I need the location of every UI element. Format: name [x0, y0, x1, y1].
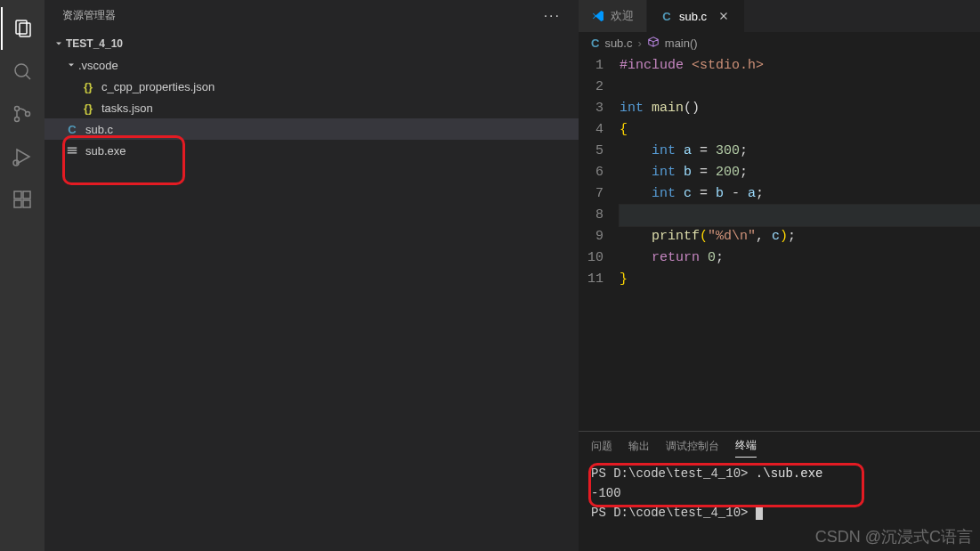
- extensions-icon[interactable]: [1, 178, 44, 221]
- terminal-output: -100: [591, 483, 968, 503]
- tree-file-label: c_cpp_properties.json: [101, 80, 215, 93]
- run-debug-icon[interactable]: [1, 135, 44, 178]
- svg-rect-14: [68, 150, 77, 150]
- tree-file-label: tasks.json: [101, 101, 153, 115]
- cube-icon: [647, 36, 660, 51]
- line-gutter: 123 456 789 1011: [579, 55, 620, 431]
- tree-file-sub-c[interactable]: C sub.c: [45, 118, 579, 140]
- tree-file-sub-exe[interactable]: sub.exe: [45, 140, 579, 161]
- json-icon: {}: [80, 78, 96, 94]
- tree-file-tasks[interactable]: {} tasks.json: [45, 97, 579, 118]
- tab-bar: 欢迎 C sub.c: [579, 0, 980, 32]
- tree-file-label: sub.exe: [85, 144, 126, 158]
- tab-label: 欢迎: [611, 8, 634, 24]
- search-icon[interactable]: [1, 50, 44, 93]
- panel-tab-problems[interactable]: 问题: [591, 435, 612, 458]
- tree-file-cpp-props[interactable]: {} c_cpp_properties.json: [45, 76, 579, 97]
- c-file-icon: C: [660, 9, 674, 23]
- panel-tab-output[interactable]: 输出: [628, 435, 650, 458]
- breadcrumb-file: sub.c: [604, 36, 632, 50]
- sidebar-more-icon[interactable]: ···: [544, 8, 561, 24]
- chevron-right-icon: ›: [637, 36, 641, 50]
- svg-rect-11: [23, 200, 30, 207]
- svg-point-2: [15, 64, 28, 77]
- close-icon[interactable]: [716, 8, 732, 24]
- exe-icon: [64, 142, 80, 158]
- source-control-icon[interactable]: [1, 93, 44, 135]
- chevron-down-icon: [52, 36, 66, 51]
- sidebar: 资源管理器 ··· TEST_4_10 .vscode {} c_cpp_pro…: [45, 0, 579, 551]
- explorer-icon[interactable]: [1, 7, 44, 50]
- svg-line-3: [26, 75, 30, 79]
- panel-tab-debug[interactable]: 调试控制台: [666, 435, 719, 458]
- svg-rect-9: [14, 191, 21, 199]
- terminal-prompt: PS D:\code\test_4_10>: [591, 506, 756, 520]
- tree-root[interactable]: TEST_4_10: [45, 33, 579, 54]
- tree-folder-vscode[interactable]: .vscode: [45, 54, 579, 76]
- svg-rect-13: [68, 148, 77, 149]
- svg-rect-10: [14, 200, 21, 207]
- breadcrumb[interactable]: C sub.c › main(): [579, 32, 980, 53]
- panel-tabs: 问题 输出 调试控制台 终端: [579, 432, 980, 460]
- tab-label: sub.c: [679, 10, 707, 23]
- tab-welcome[interactable]: 欢迎: [579, 0, 647, 32]
- code-area[interactable]: 123 456 789 1011 #include <stdio.h> int …: [579, 53, 980, 431]
- watermark: CSDN @沉浸式C语言: [815, 526, 973, 547]
- svg-point-5: [15, 117, 20, 122]
- c-file-icon: C: [64, 121, 80, 137]
- sidebar-title: 资源管理器: [62, 8, 116, 23]
- breadcrumb-symbol: main(): [665, 36, 698, 50]
- json-icon: {}: [80, 100, 96, 116]
- terminal-cmd: .\sub.exe: [756, 466, 823, 481]
- tree-file-label: sub.c: [85, 123, 113, 136]
- svg-point-6: [26, 112, 30, 117]
- code-lines[interactable]: #include <stdio.h> int main() { int a = …: [620, 55, 980, 431]
- tree-root-label: TEST_4_10: [66, 37, 123, 50]
- svg-point-4: [15, 107, 20, 111]
- activity-bar: [0, 0, 45, 551]
- svg-rect-12: [23, 191, 30, 199]
- terminal-prompt: PS D:\code\test_4_10>: [591, 466, 756, 481]
- panel-tab-terminal[interactable]: 终端: [735, 434, 757, 458]
- sidebar-header: 资源管理器 ···: [45, 0, 579, 31]
- svg-rect-15: [68, 152, 77, 153]
- file-tree: TEST_4_10 .vscode {} c_cpp_properties.js…: [45, 31, 579, 551]
- terminal-cursor: [756, 506, 763, 520]
- vscode-logo-icon: [591, 9, 605, 23]
- c-file-icon: C: [591, 36, 599, 50]
- tree-folder-label: .vscode: [78, 59, 118, 72]
- editor-area: 欢迎 C sub.c C sub.c › main() 123 456: [579, 0, 980, 551]
- tab-sub-c[interactable]: C sub.c: [647, 0, 745, 32]
- chevron-down-icon: [64, 58, 78, 72]
